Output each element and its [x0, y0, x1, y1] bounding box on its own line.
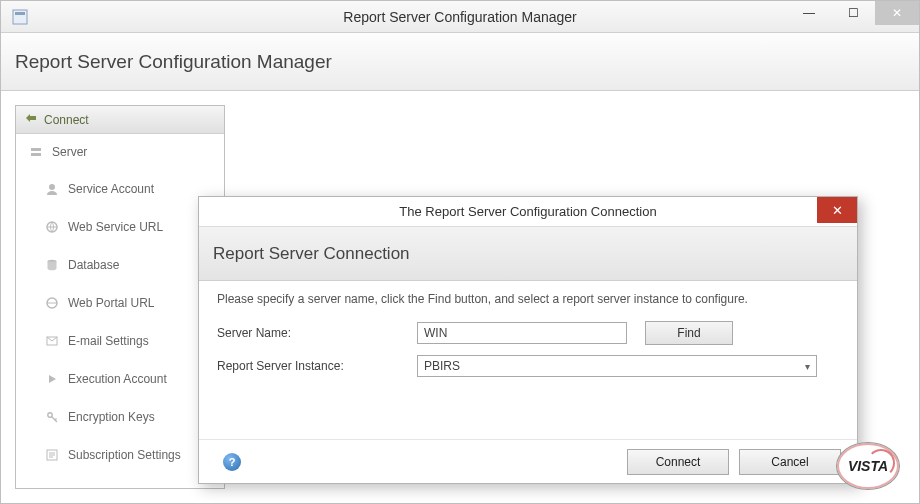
connection-dialog: The Report Server Configuration Connecti… [198, 196, 858, 484]
subscription-icon [44, 447, 60, 463]
dialog-instruction: Please specify a server name, click the … [217, 291, 839, 307]
sidebar-item-label: Server [52, 145, 87, 159]
sidebar-connect[interactable]: Connect [16, 106, 224, 134]
page-title: Report Server Configuration Manager [1, 33, 919, 91]
cancel-button[interactable]: Cancel [739, 449, 841, 475]
sidebar-item-execution-account[interactable]: Execution Account [16, 360, 224, 398]
mail-icon [44, 333, 60, 349]
cancel-button-label: Cancel [771, 455, 808, 469]
find-button[interactable]: Find [645, 321, 733, 345]
server-name-value: WIN [424, 326, 447, 340]
sidebar-item-label: Execution Account [68, 372, 167, 386]
instance-value: PBIRS [424, 359, 460, 373]
connect-button[interactable]: Connect [627, 449, 729, 475]
logo-arc-icon [867, 449, 895, 477]
sidebar-connect-label: Connect [44, 113, 89, 127]
sidebar-item-label: Web Portal URL [68, 296, 154, 310]
find-button-label: Find [677, 326, 700, 340]
dialog-close-button[interactable]: ✕ [817, 197, 857, 223]
window-title: Report Server Configuration Manager [1, 9, 919, 25]
dialog-header: Report Server Connection [199, 227, 857, 281]
server-icon [28, 144, 44, 160]
help-icon[interactable]: ? [223, 453, 241, 471]
globe-icon [44, 295, 60, 311]
instance-label: Report Server Instance: [217, 359, 417, 373]
connect-button-label: Connect [656, 455, 701, 469]
database-icon [44, 257, 60, 273]
sidebar-item-web-portal-url[interactable]: Web Portal URL [16, 284, 224, 322]
dialog-titlebar: The Report Server Configuration Connecti… [199, 197, 857, 227]
minimize-button[interactable]: — [787, 1, 831, 25]
svg-rect-2 [31, 148, 41, 151]
sidebar-item-server[interactable]: Server [16, 134, 224, 170]
sidebar-item-label: Database [68, 258, 119, 272]
key-icon [44, 409, 60, 425]
dialog-body: Please specify a server name, click the … [199, 281, 857, 439]
close-icon: ✕ [832, 203, 843, 218]
close-button[interactable]: ✕ [875, 1, 919, 25]
chevron-down-icon: ▾ [805, 361, 810, 372]
window-controls: — ☐ ✕ [787, 1, 919, 32]
sidebar: Connect Server Service Account Web Servi… [15, 105, 225, 489]
sidebar-item-web-service-url[interactable]: Web Service URL [16, 208, 224, 246]
globe-icon [44, 219, 60, 235]
run-icon [44, 371, 60, 387]
svg-rect-3 [31, 153, 41, 156]
maximize-button[interactable]: ☐ [831, 1, 875, 25]
sidebar-item-label: Subscription Settings [68, 448, 181, 462]
server-name-label: Server Name: [217, 326, 417, 340]
sidebar-item-label: E-mail Settings [68, 334, 149, 348]
instance-select[interactable]: PBIRS ▾ [417, 355, 817, 377]
server-name-input[interactable]: WIN [417, 322, 627, 344]
server-name-row: Server Name: WIN Find [217, 321, 839, 345]
dialog-footer: ? Connect Cancel [199, 439, 857, 483]
sidebar-item-subscription-settings[interactable]: Subscription Settings [16, 436, 224, 474]
sidebar-item-encryption-keys[interactable]: Encryption Keys [16, 398, 224, 436]
user-icon [44, 181, 60, 197]
sidebar-item-service-account[interactable]: Service Account [16, 170, 224, 208]
sidebar-item-label: Service Account [68, 182, 154, 196]
sidebar-item-label: Encryption Keys [68, 410, 155, 424]
svg-point-4 [49, 184, 55, 190]
sidebar-item-database[interactable]: Database [16, 246, 224, 284]
titlebar: Report Server Configuration Manager — ☐ … [1, 1, 919, 33]
vista-logo: VISTA [836, 442, 900, 490]
sidebar-item-email-settings[interactable]: E-mail Settings [16, 322, 224, 360]
instance-row: Report Server Instance: PBIRS ▾ [217, 355, 839, 377]
connect-icon [24, 111, 38, 128]
dialog-title: The Report Server Configuration Connecti… [399, 204, 656, 219]
sidebar-item-label: Web Service URL [68, 220, 163, 234]
